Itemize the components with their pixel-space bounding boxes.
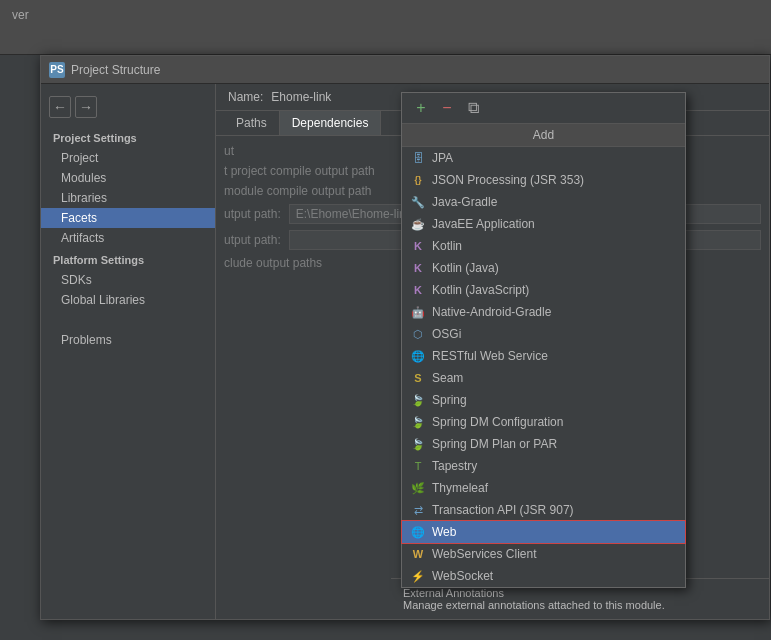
platform-settings-label: Platform Settings bbox=[41, 248, 215, 270]
json-label: JSON Processing (JSR 353) bbox=[432, 173, 584, 187]
menu-item-restful[interactable]: 🌐 RESTful Web Service bbox=[402, 345, 685, 367]
tapestry-label: Tapestry bbox=[432, 459, 477, 473]
thymeleaf-icon: 🌿 bbox=[410, 480, 426, 496]
output-path-label: utput path: bbox=[224, 207, 281, 221]
menu-item-osgi[interactable]: ⬡ OSGi bbox=[402, 323, 685, 345]
menu-item-kotlin-java[interactable]: K Kotlin (Java) bbox=[402, 257, 685, 279]
menu-item-seam[interactable]: S Seam bbox=[402, 367, 685, 389]
osgi-icon: ⬡ bbox=[410, 326, 426, 342]
add-item-button[interactable]: + bbox=[410, 97, 432, 119]
menu-item-kotlin[interactable]: K Kotlin bbox=[402, 235, 685, 257]
web-icon: 🌐 bbox=[410, 524, 426, 540]
sidebar-item-artifacts[interactable]: Artifacts bbox=[41, 228, 215, 248]
main-area: Name: Ehome-link Paths Dependencies ut t… bbox=[216, 84, 769, 619]
tab-dependencies[interactable]: Dependencies bbox=[280, 111, 382, 135]
name-label: Name: bbox=[228, 90, 263, 104]
kotlin-java-label: Kotlin (Java) bbox=[432, 261, 499, 275]
menu-item-spring-dm-config[interactable]: 🍃 Spring DM Configuration bbox=[402, 411, 685, 433]
project-structure-dialog: PS Project Structure ← → Project Setting… bbox=[40, 55, 770, 620]
manage-annotations-text: Manage external annotations attached to … bbox=[403, 599, 757, 611]
top-bar-text: ver bbox=[0, 0, 41, 30]
gradle-icon: 🔧 bbox=[410, 194, 426, 210]
tab-paths[interactable]: Paths bbox=[224, 111, 280, 135]
menu-item-jpa[interactable]: 🗄 JPA bbox=[402, 147, 685, 169]
sidebar-item-libraries[interactable]: Libraries bbox=[41, 188, 215, 208]
menu-item-kotlin-js[interactable]: K Kotlin (JavaScript) bbox=[402, 279, 685, 301]
spring-label: Spring bbox=[432, 393, 467, 407]
webservices-icon: W bbox=[410, 546, 426, 562]
dialog-icon: PS bbox=[49, 62, 65, 78]
name-value: Ehome-link bbox=[271, 90, 331, 104]
sidebar-item-global-libraries[interactable]: Global Libraries bbox=[41, 290, 215, 310]
sidebar-item-sdks[interactable]: SDKs bbox=[41, 270, 215, 290]
jpa-icon: 🗄 bbox=[410, 150, 426, 166]
menu-item-javaee[interactable]: ☕ JavaEE Application bbox=[402, 213, 685, 235]
webservices-label: WebServices Client bbox=[432, 547, 536, 561]
module-compile-label: module compile output path bbox=[224, 184, 371, 198]
java-gradle-label: Java-Gradle bbox=[432, 195, 497, 209]
web-label: Web bbox=[432, 525, 456, 539]
sidebar-item-problems[interactable]: Problems bbox=[41, 330, 215, 350]
external-annotations-label: External Annotations bbox=[403, 587, 757, 599]
menu-item-spring[interactable]: 🍃 Spring bbox=[402, 389, 685, 411]
project-settings-label: Project Settings bbox=[41, 126, 215, 148]
sidebar-item-modules[interactable]: Modules bbox=[41, 168, 215, 188]
tapestry-icon: T bbox=[410, 458, 426, 474]
dropdown-toolbar: + − ⧉ bbox=[402, 93, 685, 124]
websocket-icon: ⚡ bbox=[410, 568, 426, 584]
spring-dm-config-label: Spring DM Configuration bbox=[432, 415, 563, 429]
websocket-label: WebSocket bbox=[432, 569, 493, 583]
menu-item-tapestry[interactable]: T Tapestry bbox=[402, 455, 685, 477]
dialog-titlebar: PS Project Structure bbox=[41, 56, 769, 84]
compile-path-label: t project compile output path bbox=[224, 164, 375, 178]
seam-icon: S bbox=[410, 370, 426, 386]
remove-item-button[interactable]: − bbox=[436, 97, 458, 119]
sidebar-nav-buttons: ← → bbox=[41, 92, 215, 126]
menu-item-transaction[interactable]: ⇄ Transaction API (JSR 907) bbox=[402, 499, 685, 521]
dialog-title: Project Structure bbox=[71, 63, 160, 77]
spring-dm-plan-label: Spring DM Plan or PAR bbox=[432, 437, 557, 451]
sidebar: ← → Project Settings Project Modules Lib… bbox=[41, 84, 216, 619]
sidebar-item-project[interactable]: Project bbox=[41, 148, 215, 168]
android-label: Native-Android-Gradle bbox=[432, 305, 551, 319]
kotlin-icon: K bbox=[410, 238, 426, 254]
nav-forward-button[interactable]: → bbox=[75, 96, 97, 118]
menu-item-java-gradle[interactable]: 🔧 Java-Gradle bbox=[402, 191, 685, 213]
javaee-icon: ☕ bbox=[410, 216, 426, 232]
jpa-label: JPA bbox=[432, 151, 453, 165]
android-icon: 🤖 bbox=[410, 304, 426, 320]
sidebar-item-facets[interactable]: Facets bbox=[41, 208, 215, 228]
javaee-label: JavaEE Application bbox=[432, 217, 535, 231]
menu-item-spring-dm-plan[interactable]: 🍃 Spring DM Plan or PAR bbox=[402, 433, 685, 455]
kotlin-js-icon: K bbox=[410, 282, 426, 298]
menu-item-android[interactable]: 🤖 Native-Android-Gradle bbox=[402, 301, 685, 323]
transaction-icon: ⇄ bbox=[410, 502, 426, 518]
kotlin-js-label: Kotlin (JavaScript) bbox=[432, 283, 529, 297]
top-bar: ver bbox=[0, 0, 771, 55]
dialog-content: ← → Project Settings Project Modules Lib… bbox=[41, 84, 769, 619]
menu-item-json[interactable]: {} JSON Processing (JSR 353) bbox=[402, 169, 685, 191]
spring-dm-plan-icon: 🍃 bbox=[410, 436, 426, 452]
json-icon: {} bbox=[410, 172, 426, 188]
nav-back-button[interactable]: ← bbox=[49, 96, 71, 118]
spring-dm-config-icon: 🍃 bbox=[410, 414, 426, 430]
restful-label: RESTful Web Service bbox=[432, 349, 548, 363]
include-label: clude output paths bbox=[224, 256, 322, 270]
thymeleaf-label: Thymeleaf bbox=[432, 481, 488, 495]
kotlin-java-icon: K bbox=[410, 260, 426, 276]
copy-item-button[interactable]: ⧉ bbox=[462, 97, 484, 119]
dropdown-header: Add bbox=[402, 124, 685, 147]
menu-item-webservices[interactable]: W WebServices Client bbox=[402, 543, 685, 565]
test-output-label: utput path: bbox=[224, 233, 281, 247]
spring-icon: 🍃 bbox=[410, 392, 426, 408]
add-dropdown-menu: + − ⧉ Add 🗄 JPA {} JSON Processing (JSR … bbox=[401, 92, 686, 588]
osgi-label: OSGi bbox=[432, 327, 461, 341]
seam-label: Seam bbox=[432, 371, 463, 385]
menu-item-web[interactable]: 🌐 Web bbox=[402, 521, 685, 543]
menu-item-websocket[interactable]: ⚡ WebSocket bbox=[402, 565, 685, 587]
menu-item-thymeleaf[interactable]: 🌿 Thymeleaf bbox=[402, 477, 685, 499]
restful-icon: 🌐 bbox=[410, 348, 426, 364]
output-label: ut bbox=[224, 144, 234, 158]
kotlin-label: Kotlin bbox=[432, 239, 462, 253]
transaction-label: Transaction API (JSR 907) bbox=[432, 503, 574, 517]
